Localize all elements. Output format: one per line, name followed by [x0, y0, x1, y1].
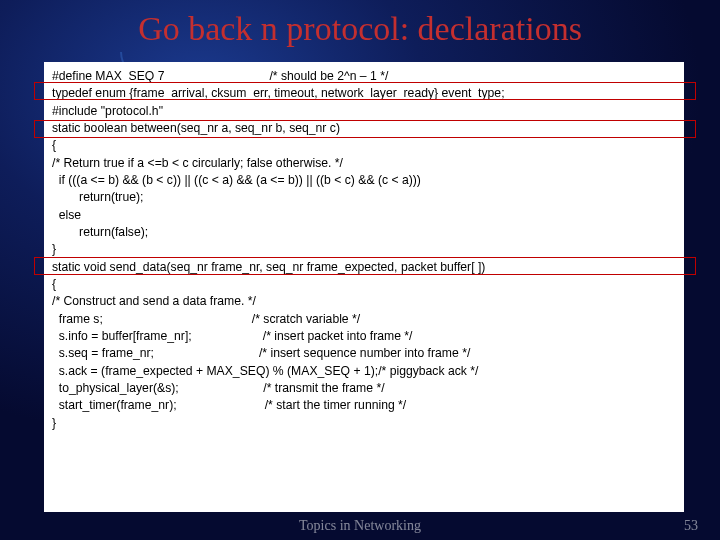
code-line: }	[52, 241, 676, 258]
code-line: frame s; /* scratch variable */	[52, 311, 676, 328]
code-panel: #define MAX_SEQ 7 /* should be 2^n – 1 *…	[44, 62, 684, 512]
code-line: }	[52, 415, 676, 432]
code-line: static boolean between(seq_nr a, seq_nr …	[52, 120, 676, 137]
code-line: static void send_data(seq_nr frame_nr, s…	[52, 259, 676, 276]
code-line: #include "protocol.h"	[52, 103, 676, 120]
code-line: if (((a <= b) && (b < c)) || ((c < a) &&…	[52, 172, 676, 189]
slide-title: Go back n protocol: declarations	[0, 10, 720, 48]
code-line: return(true);	[52, 189, 676, 206]
code-line: {	[52, 276, 676, 293]
code-line: return(false);	[52, 224, 676, 241]
code-line: s.ack = (frame_expected + MAX_SEQ) % (MA…	[52, 363, 676, 380]
code-line: {	[52, 137, 676, 154]
code-line: typedef enum {frame_arrival, cksum_err, …	[52, 85, 676, 102]
page-number: 53	[684, 518, 698, 534]
code-line: #define MAX_SEQ 7 /* should be 2^n – 1 *…	[52, 68, 676, 85]
code-line: else	[52, 207, 676, 224]
footer-text: Topics in Networking	[0, 518, 720, 534]
code-line: s.info = buffer[frame_nr]; /* insert pac…	[52, 328, 676, 345]
code-line: /* Return true if a <=b < c circularly; …	[52, 155, 676, 172]
code-line: start_timer(frame_nr); /* start the time…	[52, 397, 676, 414]
code-line: s.seq = frame_nr; /* insert sequence num…	[52, 345, 676, 362]
code-line: /* Construct and send a data frame. */	[52, 293, 676, 310]
code-line: to_physical_layer(&s); /* transmit the f…	[52, 380, 676, 397]
